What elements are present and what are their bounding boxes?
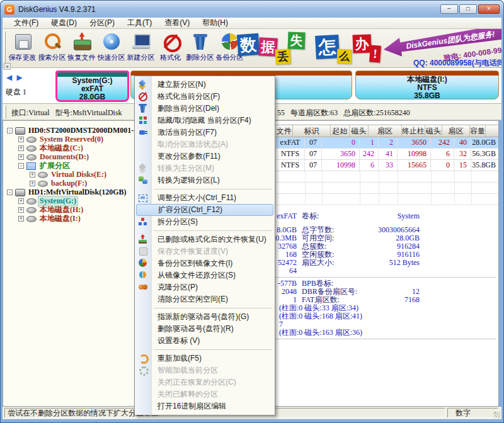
- toolbar-button[interactable]: 恢复文件: [67, 30, 96, 67]
- tree-item[interactable]: - HD0:ST2000DMST2000DM001-1CH: [3, 126, 137, 135]
- tree-item[interactable]: + backup(F:): [3, 179, 137, 188]
- context-menu-item[interactable]: [135, 186, 275, 192]
- tree-expand-toggle[interactable]: +: [18, 145, 24, 151]
- toolbar-button[interactable]: 快速分区: [96, 30, 126, 67]
- menu-item-icon: [138, 127, 148, 137]
- context-menu-item[interactable]: 重新加载(F5): [135, 352, 275, 364]
- context-menu-item[interactable]: 智能加载当前分区: [135, 364, 275, 376]
- context-menu-item[interactable]: 转换为逻辑分区(L): [135, 174, 275, 186]
- menubar-item[interactable]: 查看(V): [158, 18, 196, 28]
- context-menu-item[interactable]: [135, 228, 275, 234]
- disk-nav-arrows[interactable]: ◀ ▶: [6, 73, 24, 82]
- property-row: 52472 扇区大小: 512 Bytes: [246, 259, 497, 267]
- context-menu-item[interactable]: [135, 305, 275, 311]
- ad-tile: 数: [237, 33, 260, 56]
- toolbar-button[interactable]: 格式化: [156, 30, 185, 67]
- menubar-item[interactable]: 工具(T): [121, 18, 158, 28]
- context-menu-item[interactable]: 转换为主分区(M): [135, 162, 275, 174]
- menu-item-icon: [138, 389, 148, 399]
- context-menu-item[interactable]: 已删除或格式化后的文件恢复(U): [135, 234, 275, 245]
- table-row[interactable]: exFAT 07 0 1 2 3650 242 40 28.0GB: [276, 137, 499, 149]
- context-menu-item[interactable]: 克隆分区(P): [135, 281, 275, 293]
- cell-end-cylinder: 10998: [398, 149, 431, 159]
- menu-item-label: 保存文件恢复进度(V): [135, 246, 228, 257]
- context-menu-item[interactable]: 更改分区参数(F11): [135, 150, 275, 162]
- partition-box[interactable]: 本地磁盘(I:) NTFS 35.8GB: [355, 70, 499, 99]
- context-menu-item[interactable]: 删除当前分区(Del): [135, 103, 275, 115]
- context-menu-item[interactable]: [135, 347, 275, 352]
- menu-item-icon: [140, 205, 150, 215]
- context-menu-item[interactable]: 调整分区大小(Ctrl_F11): [135, 192, 275, 204]
- menu-item-label: 已删除或格式化后的文件恢复(U): [135, 234, 266, 245]
- context-menu-item[interactable]: 取消分区激活状态(A): [135, 138, 275, 150]
- tree-item-label: HD0:ST2000DMST2000DM001-1CH: [27, 126, 137, 135]
- toolbar-button[interactable]: 保存更改: [8, 30, 37, 67]
- panel-close-icon[interactable]: ×: [4, 63, 11, 70]
- tree-expand-toggle[interactable]: +: [18, 216, 24, 222]
- menu-item-label: 调整分区大小(Ctrl_F11): [135, 193, 236, 203]
- title-bar[interactable]: G DiskGenius V4.9.2.371 − □ ×: [1, 1, 503, 18]
- context-menu-item[interactable]: 从镜像文件还原分区(S): [135, 269, 275, 281]
- tree-expand-toggle[interactable]: +: [30, 172, 35, 178]
- menubar-item[interactable]: 硬盘(D): [45, 18, 83, 28]
- toolbar-button[interactable]: 删除分区: [185, 30, 215, 67]
- tree-expand-toggle[interactable]: -: [7, 189, 13, 195]
- tree-expand-toggle[interactable]: +: [18, 198, 24, 204]
- resize-grip[interactable]: [494, 412, 500, 418]
- ad-banner-data-loss[interactable]: 数 据 丢 失 怎 么 办 !: [238, 29, 387, 68]
- context-menu-item[interactable]: 隐藏/取消隐藏 当前分区(F4): [135, 115, 275, 127]
- context-menu-item[interactable]: 拆分分区(S): [135, 216, 275, 228]
- tree-expand-toggle[interactable]: +: [18, 207, 24, 213]
- context-menu-item[interactable]: 指派新的驱动器号(盘符)(G): [135, 311, 275, 323]
- tree-expand-toggle[interactable]: -: [18, 163, 24, 169]
- context-menu-item[interactable]: 打开16进制扇区编辑: [135, 400, 275, 412]
- context-menu-item[interactable]: 建立新分区(N): [135, 79, 275, 91]
- context-menu-item[interactable]: 设置卷标 (V): [135, 335, 275, 347]
- partition-context-menu: 建立新分区(N) 格式化当前分区(F) 删除当前分区(Del) 隐藏/取消隐藏 …: [134, 76, 275, 415]
- property-row: 2048 DBR备份扇区号: 12: [246, 288, 497, 296]
- tree-expand-toggle[interactable]: +: [18, 154, 24, 160]
- property-chs-line: (柱面:0 磁头:168 扇区:41): [279, 312, 362, 320]
- context-menu-item[interactable]: 激活当前分区(F7): [135, 127, 275, 138]
- tree-item[interactable]: - 扩展分区: [3, 161, 137, 170]
- close-button[interactable]: ×: [478, 4, 500, 14]
- context-menu-item[interactable]: 扩容分区(Ctrl_F12): [136, 204, 273, 216]
- context-menu-item[interactable]: 关闭正在恢复的分区(C): [135, 376, 275, 388]
- menubar-item[interactable]: 帮助(H): [196, 18, 234, 28]
- toolbar-grip[interactable]: [4, 31, 6, 65]
- menu-item-label: 备份分区到镜像文件(I): [135, 258, 232, 269]
- menubar-item[interactable]: 分区(P): [83, 18, 121, 28]
- toolbar-button-icon: [72, 32, 91, 51]
- tree-item[interactable]: + 本地磁盘(C:): [3, 144, 137, 152]
- menu-item-label: 删除驱动器号(盘符)(R): [135, 324, 234, 334]
- tree-expand-toggle[interactable]: +: [18, 137, 24, 142]
- menu-item-icon: [138, 234, 148, 244]
- menubar-item[interactable]: 文件(F): [8, 18, 45, 28]
- cell-filesystem: exFAT: [276, 137, 305, 148]
- table-column-header: 标识: [293, 125, 331, 137]
- toolbar-button-label: 恢复文件: [68, 53, 96, 62]
- property-row: 64: [246, 267, 497, 275]
- tree-expand-toggle[interactable]: +: [30, 181, 35, 186]
- table-row[interactable]: NTFS 07 3650 242 41 10998 6 32 56.3GB: [276, 149, 499, 160]
- ad-banner-support[interactable]: DiskGenius团队为您服务! 致电: 400-008-99 QQ: 400…: [386, 29, 501, 68]
- context-menu-item[interactable]: 备份分区到镜像文件(I): [135, 257, 275, 269]
- context-menu-item[interactable]: 关闭已解释的分区: [135, 388, 275, 400]
- maximize-button[interactable]: □: [459, 4, 477, 14]
- tree-item[interactable]: + Virtual Disks(E:): [3, 170, 137, 179]
- toolbar-button-icon: [13, 32, 32, 51]
- partition-box[interactable]: System(G:) exFAT 28.0GB: [55, 70, 129, 102]
- table-row[interactable]: NTFS 07 10998 6 33 15665 0 15 35.8GB: [276, 160, 499, 171]
- toolbar-button[interactable]: 新建分区: [126, 30, 156, 67]
- menu-item-label: 取消分区激活状态(A): [135, 139, 228, 150]
- cell-start-sector: 2: [379, 137, 398, 148]
- context-menu-item[interactable]: 清除分区空闲空间(E): [135, 293, 275, 305]
- tree-item[interactable]: - HD1:MsftVirtualDisk(120GB): [3, 188, 137, 196]
- context-menu-item[interactable]: 删除驱动器号(盘符)(R): [135, 323, 275, 335]
- context-menu-item[interactable]: 保存文件恢复进度(V): [135, 245, 275, 257]
- tree-expand-toggle[interactable]: -: [7, 128, 13, 133]
- context-menu-item[interactable]: 格式化当前分区(F): [135, 91, 275, 103]
- minimize-button[interactable]: −: [440, 4, 458, 14]
- tree-item[interactable]: + 本地磁盘(I:): [3, 214, 137, 223]
- toolbar-button[interactable]: 搜索分区: [37, 30, 67, 67]
